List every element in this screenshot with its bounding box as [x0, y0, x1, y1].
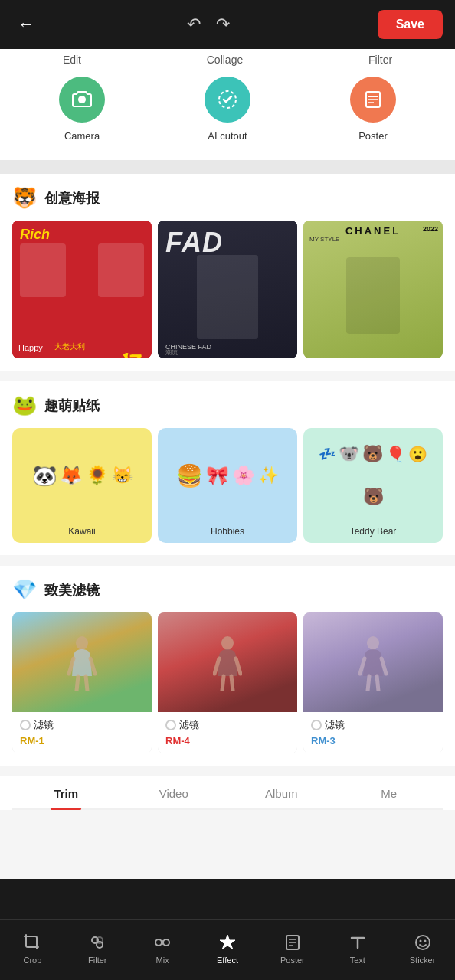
ai-cutout-icon-circle: [205, 77, 250, 122]
section-header-poster: 🐯 创意海报: [12, 186, 443, 210]
filter-rm3-circle: [311, 720, 322, 730]
filter-rm1-name: RM-1: [20, 735, 44, 746]
section-filters: 💎 致美滤镜: [0, 566, 455, 766]
filter-cards-row: 滤镜 RM-1: [12, 612, 443, 753]
redo-button[interactable]: ↷: [216, 15, 230, 34]
tool-camera[interactable]: Camera: [12, 77, 152, 142]
sticker-tool-label: Sticker: [410, 956, 436, 965]
filter-card-rm3[interactable]: 滤镜 RM-3: [303, 612, 443, 753]
filter-rm4-preview: [158, 612, 297, 712]
sticker-card-kawaii[interactable]: 🐼 🦊 🌻 😸 Kawaii: [12, 428, 152, 543]
svg-line-10: [86, 676, 87, 691]
poster-cards-row: Rich 好运 Happy 大老大利 FAD CHINESE FAD 潮流: [12, 220, 443, 358]
hobbies-label: Hobbies: [158, 523, 297, 543]
content-bottom-tabs: Trim Video Album Me: [0, 776, 455, 810]
poster-label: Poster: [358, 130, 388, 142]
filter-rm4-name: RM-4: [165, 735, 190, 746]
text-icon: [348, 933, 368, 952]
camera-icon-circle: [59, 77, 105, 122]
filter-rm3-name: RM-3: [311, 735, 336, 746]
hobbies-stickers-area: 🍔 🎀 🌸 ✨: [158, 428, 297, 523]
svg-point-11: [221, 636, 234, 650]
ai-cutout-label: AI cutout: [208, 130, 247, 142]
tab-video[interactable]: Video: [120, 776, 228, 808]
svg-point-24: [155, 939, 162, 946]
filter-rm3-info: 滤镜 RM-3: [303, 712, 443, 753]
toolbar-crop[interactable]: Crop: [0, 933, 65, 965]
filter-person-rm4: [213, 634, 242, 691]
cny-rich-text: Rich: [20, 227, 50, 243]
section-header-filters: 💎 致美滤镜: [12, 578, 443, 602]
toolbar-filter[interactable]: Filter: [65, 933, 130, 965]
filter-rm1-indicator: 滤镜: [20, 718, 144, 732]
poster-icon-circle: [350, 77, 396, 122]
tab-me[interactable]: Me: [336, 776, 444, 808]
filter-emoji: 💎: [12, 578, 37, 602]
svg-point-32: [419, 939, 421, 942]
tool-top-section: Edit Collage Filter Camera AI cutout: [0, 49, 455, 160]
teddy-label: Teddy Bear: [303, 523, 443, 543]
mix-icon: [152, 933, 172, 952]
sticker-card-teddy[interactable]: 💤 🐨 🐻 🎈 😮 🐻 Teddy Bear: [303, 428, 443, 543]
toolbar-sticker-tool[interactable]: Sticker: [390, 933, 455, 965]
tool-ai-cutout[interactable]: AI cutout: [158, 77, 297, 142]
filter-rm4-circle: [165, 720, 176, 730]
bottom-tab-row: Trim Video Album Me: [12, 776, 443, 810]
tab-collage[interactable]: Collage: [207, 54, 243, 66]
back-button[interactable]: ←: [12, 15, 40, 34]
svg-point-25: [163, 939, 169, 946]
poster-tool-icon: [283, 933, 303, 952]
tool-poster[interactable]: Poster: [303, 77, 443, 142]
svg-point-6: [76, 636, 88, 650]
section-stickers: 🐸 趣萌贴纸 🐼 🦊 🌻 😸 Kawaii 🍔 🎀 🌸: [0, 381, 455, 555]
svg-point-16: [367, 636, 379, 650]
svg-point-0: [79, 97, 85, 103]
filter-rm3-indicator: 滤镜: [311, 718, 435, 732]
tab-filter[interactable]: Filter: [368, 54, 392, 66]
tab-trim[interactable]: Trim: [12, 776, 120, 808]
poster-tool-label: Poster: [280, 956, 305, 965]
top-bar: ← ↶ ↷ Save: [0, 0, 455, 49]
bottom-toolbar: Crop Filter Mix Effect P: [0, 919, 455, 980]
svg-line-20: [377, 676, 378, 691]
filter-rm1-info: 滤镜 RM-1: [12, 712, 152, 753]
sticker-section-title: 趣萌贴纸: [44, 397, 100, 415]
sticker-cards-row: 🐼 🦊 🌻 😸 Kawaii 🍔 🎀 🌸 ✨ Hobbies: [12, 428, 443, 543]
sticker-card-hobbies[interactable]: 🍔 🎀 🌸 ✨ Hobbies: [158, 428, 297, 543]
tab-edit[interactable]: Edit: [63, 54, 81, 66]
chanel-brand: CHANEL: [303, 225, 443, 237]
effect-icon: [218, 933, 237, 952]
filter-section-title: 致美滤镜: [44, 581, 100, 599]
svg-point-33: [424, 939, 426, 942]
filter-person-rm3: [358, 634, 388, 691]
toolbar-effect[interactable]: Effect: [195, 933, 260, 965]
chanel-year: 2022: [423, 225, 438, 233]
bottom-spacer: [0, 810, 455, 879]
filter-card-rm1[interactable]: 滤镜 RM-1: [12, 612, 152, 753]
poster-card-fad[interactable]: FAD CHINESE FAD 潮流: [158, 220, 297, 358]
filter-rm3-prefix: 滤镜: [325, 718, 345, 732]
text-label: Text: [350, 956, 365, 965]
filter-tool-icon: [87, 933, 107, 952]
filter-card-rm4[interactable]: 滤镜 RM-4: [158, 612, 297, 753]
main-content: 🐯 创意海报 Rich 好运 Happy 大老大利: [0, 174, 455, 879]
poster-card-chanel[interactable]: CHANEL 2022 MY STYLE: [303, 220, 443, 358]
svg-line-9: [77, 676, 78, 691]
mix-label: Mix: [156, 956, 169, 965]
filter-rm4-indicator: 滤镜: [165, 718, 290, 732]
save-button[interactable]: Save: [378, 10, 443, 39]
filter-rm4-info: 滤镜 RM-4: [158, 712, 297, 753]
poster-card-cny[interactable]: Rich 好运 Happy 大老大利: [12, 220, 152, 358]
gray-divider: [0, 160, 455, 174]
fad-photo: [197, 255, 258, 339]
toolbar-text[interactable]: Text: [325, 933, 390, 965]
filter-rm1-circle: [20, 720, 31, 730]
toolbar-poster-tool[interactable]: Poster: [260, 933, 325, 965]
toolbar-mix[interactable]: Mix: [130, 933, 195, 965]
svg-line-14: [222, 676, 224, 691]
undo-button[interactable]: ↶: [187, 15, 201, 34]
camera-label: Camera: [64, 130, 100, 142]
filter-rm4-prefix: 滤镜: [179, 718, 199, 732]
tab-album[interactable]: Album: [228, 776, 336, 808]
cny-happy-text: Happy: [18, 343, 43, 352]
